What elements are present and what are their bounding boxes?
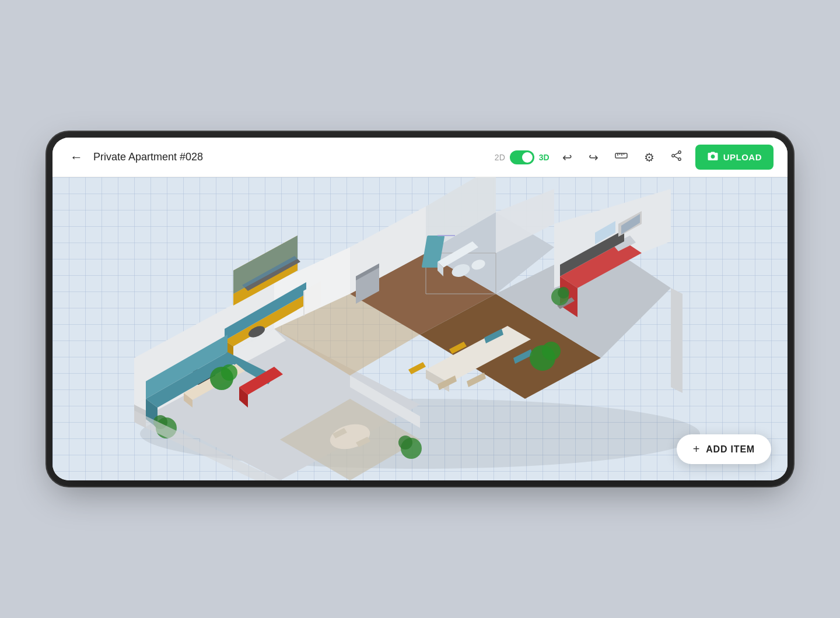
share-icon — [671, 150, 682, 164]
svg-marker-75 — [467, 373, 486, 387]
device-frame: ← Private Apartment #028 2D 3D ↩ ↪ — [52, 138, 788, 480]
svg-marker-70 — [408, 362, 426, 374]
undo-button[interactable]: ↩ — [559, 147, 576, 168]
floorplan-canvas[interactable]: + ADD ITEM — [52, 177, 788, 480]
back-button[interactable]: ← — [66, 146, 86, 168]
svg-point-65 — [221, 364, 237, 381]
svg-point-83 — [398, 436, 412, 450]
toggle-knob — [522, 152, 533, 163]
share-button[interactable] — [667, 146, 686, 168]
settings-icon: ⚙ — [644, 150, 654, 164]
redo-button[interactable]: ↪ — [585, 147, 602, 168]
toolbar-controls: 2D 3D ↩ ↪ — [495, 145, 774, 170]
undo-icon: ↩ — [562, 150, 572, 164]
floorplan-3d-view — [52, 177, 788, 480]
ruler-button[interactable] — [611, 146, 631, 168]
svg-point-77 — [542, 342, 561, 360]
back-arrow-icon: ← — [70, 150, 83, 165]
svg-marker-37 — [303, 291, 304, 316]
svg-marker-26 — [671, 288, 682, 393]
svg-rect-0 — [615, 153, 627, 158]
view-toggle: 2D 3D — [495, 150, 550, 164]
2d-label: 2D — [495, 153, 505, 162]
redo-icon: ↪ — [589, 150, 598, 164]
add-item-button[interactable]: + ADD ITEM — [677, 434, 771, 464]
svg-point-7 — [671, 154, 674, 157]
upload-label: UPLOAD — [723, 152, 762, 162]
upload-button[interactable]: UPLOAD — [695, 145, 774, 170]
settings-button[interactable]: ⚙ — [640, 147, 658, 168]
view-mode-toggle[interactable] — [510, 150, 534, 164]
ruler-icon — [615, 149, 628, 165]
svg-point-5 — [678, 151, 680, 153]
camera-icon — [707, 150, 719, 164]
svg-line-9 — [674, 156, 678, 159]
toolbar: ← Private Apartment #028 2D 3D ↩ ↪ — [52, 138, 788, 177]
svg-point-6 — [678, 158, 680, 160]
add-item-label: ADD ITEM — [706, 444, 755, 455]
svg-point-52 — [558, 287, 569, 299]
3d-label: 3D — [539, 153, 550, 162]
add-icon: + — [693, 443, 700, 456]
project-title: Private Apartment #028 — [93, 151, 488, 163]
svg-line-8 — [674, 153, 678, 155]
